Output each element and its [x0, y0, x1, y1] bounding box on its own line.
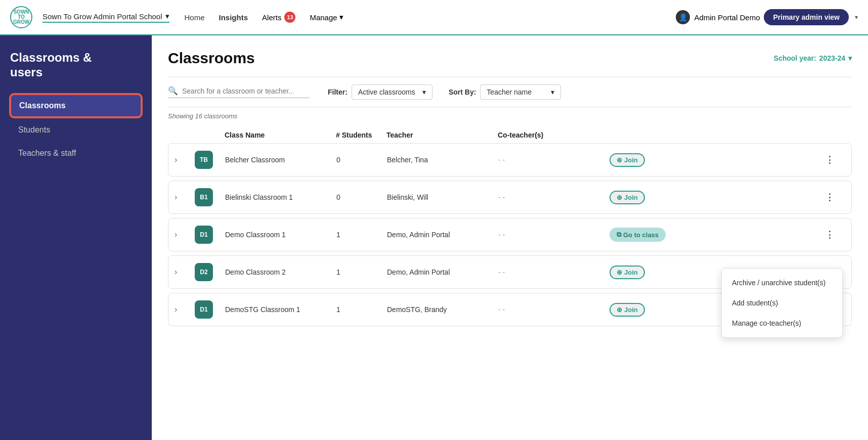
main-layout: Classrooms &users Classrooms Students Te… — [0, 35, 868, 440]
school-selector-arrow: ▾ — [165, 12, 169, 21]
nav-alerts[interactable]: Alerts 13 — [262, 12, 295, 23]
filter-group: Filter: Active classrooms ▾ — [328, 84, 432, 100]
sort-group: Sort By: Teacher name ▾ — [449, 84, 561, 100]
alerts-count-badge: 13 — [284, 12, 295, 23]
dropdown-manage-coteacher-item[interactable]: Manage co-teacher(s) — [722, 313, 842, 333]
search-box[interactable]: 🔍 — [168, 86, 310, 98]
filters-row: 🔍 Filter: Active classrooms ▾ Sort By: T… — [168, 77, 852, 107]
sidebar-item-students[interactable]: Students — [10, 119, 142, 141]
table-row: › B1 Bielinski Classroom 1 0 Bielinski, … — [168, 181, 852, 214]
class-badge: D1 — [195, 300, 213, 319]
join-button[interactable]: ⊕ Join — [610, 191, 645, 204]
class-name: Demo Classroom 1 — [225, 231, 336, 239]
join-plus-icon: ⊕ — [617, 156, 622, 164]
school-year-selector[interactable]: School year: 2023-24 ▾ — [774, 54, 852, 62]
user-name: Admin Portal Demo — [694, 13, 760, 22]
sidebar-item-teachers-staff[interactable]: Teachers & staff — [10, 143, 142, 164]
nav-manage[interactable]: Manage ▾ — [310, 13, 343, 22]
num-students: 0 — [336, 156, 387, 164]
page-header: Classrooms School year: 2023-24 ▾ — [168, 50, 852, 67]
row-expand-chevron[interactable]: › — [175, 268, 195, 277]
logo: SOWNTOGROW — [10, 6, 32, 28]
teacher-name: DemoSTG, Brandy — [387, 305, 498, 314]
class-badge: D2 — [195, 263, 213, 281]
go-to-class-button[interactable]: ⧉ Go to class — [610, 228, 666, 242]
class-badge: B1 — [195, 188, 213, 206]
search-input[interactable] — [182, 87, 293, 95]
class-name: Demo Classroom 2 — [225, 268, 336, 276]
school-year-label: School year: — [774, 54, 816, 62]
class-name: DemoSTG Classroom 1 — [225, 305, 336, 314]
nav-links: Home Insights Alerts 13 Manage ▾ — [185, 12, 343, 23]
external-link-icon: ⧉ — [617, 231, 621, 239]
user-avatar-icon: 👤 — [676, 10, 690, 24]
sidebar-item-classrooms[interactable]: Classrooms — [10, 94, 142, 117]
row-expand-chevron[interactable]: › — [175, 193, 195, 202]
num-students: 1 — [336, 305, 387, 314]
co-teacher: - - — [498, 268, 610, 276]
row-expand-chevron[interactable]: › — [175, 155, 195, 164]
user-area: 👤 Admin Portal Demo Primary admin view ▾ — [676, 9, 858, 25]
content-area: Classrooms School year: 2023-24 ▾ 🔍 Filt… — [152, 35, 868, 440]
co-teacher: - - — [498, 193, 610, 201]
teacher-name: Demo, Admin Portal — [387, 268, 498, 276]
showing-text: Showing 16 classrooms — [168, 112, 852, 120]
class-badge: TB — [195, 151, 213, 169]
search-icon: 🔍 — [168, 86, 178, 96]
manage-arrow: ▾ — [339, 13, 343, 22]
sidebar: Classrooms &users Classrooms Students Te… — [0, 35, 152, 440]
co-teacher: - - — [498, 156, 610, 164]
sort-value: Teacher name — [487, 88, 532, 96]
more-options-button[interactable]: ⋮ — [825, 154, 845, 165]
school-selector[interactable]: Sown To Grow Admin Portal School ▾ — [42, 12, 169, 23]
row-expand-chevron[interactable]: › — [175, 230, 195, 239]
join-button[interactable]: ⊕ Join — [610, 266, 645, 279]
num-students: 1 — [336, 231, 387, 239]
more-options-button[interactable]: ⋮ — [825, 229, 845, 240]
nav-insights[interactable]: Insights — [219, 13, 248, 22]
table-row: › TB Belcher Classroom 0 Belcher, Tina -… — [168, 143, 852, 177]
col-num-students: # Students — [336, 131, 386, 139]
school-name: Sown To Grow Admin Portal School — [42, 12, 162, 21]
sort-arrow: ▾ — [551, 88, 554, 96]
teacher-name: Belcher, Tina — [387, 156, 498, 164]
top-nav: SOWNTOGROW Sown To Grow Admin Portal Sch… — [0, 0, 868, 35]
join-plus-icon: ⊕ — [617, 306, 622, 314]
join-plus-icon: ⊕ — [617, 269, 622, 276]
sidebar-title: Classrooms &users — [10, 51, 142, 80]
dropdown-add-student-item[interactable]: Add student(s) — [722, 293, 842, 313]
sort-label: Sort By: — [449, 88, 476, 96]
nav-home[interactable]: Home — [185, 13, 205, 22]
join-button[interactable]: ⊕ Join — [610, 303, 645, 317]
dropdown-archive-item[interactable]: Archive / unarchive student(s) — [722, 273, 842, 293]
primary-admin-button[interactable]: Primary admin view — [764, 9, 849, 25]
num-students: 1 — [336, 268, 387, 276]
class-badge: D1 — [195, 226, 213, 244]
teacher-name: Demo, Admin Portal — [387, 231, 498, 239]
join-button[interactable]: ⊕ Join — [610, 153, 645, 167]
class-name: Belcher Classroom — [225, 156, 336, 164]
page-title: Classrooms — [168, 50, 255, 67]
co-teacher: - - — [498, 231, 610, 239]
sort-select[interactable]: Teacher name ▾ — [480, 84, 561, 100]
col-co-teacher: Co-teacher(s) — [498, 131, 609, 139]
alerts-label: Alerts — [262, 13, 281, 22]
more-options-button[interactable]: ⋮ — [825, 192, 845, 203]
col-class-name: Class Name — [225, 131, 336, 139]
teacher-name: Bielinski, Will — [387, 193, 498, 201]
table-header: Class Name # Students Teacher Co-teacher… — [168, 127, 852, 143]
filter-value: Active classrooms — [358, 88, 415, 96]
logo-text: SOWNTOGROW — [13, 10, 29, 25]
logo-area: SOWNTOGROW — [10, 6, 32, 28]
filter-label: Filter: — [328, 88, 348, 96]
school-year-arrow: ▾ — [848, 54, 852, 62]
primary-admin-dropdown-arrow[interactable]: ▾ — [855, 14, 858, 21]
filter-select[interactable]: Active classrooms ▾ — [352, 84, 432, 100]
context-dropdown-menu: Archive / unarchive student(s) Add stude… — [721, 268, 843, 338]
filter-arrow: ▾ — [422, 88, 426, 96]
table-row: › D1 Demo Classroom 1 1 Demo, Admin Port… — [168, 218, 852, 251]
col-teacher: Teacher — [386, 131, 498, 139]
num-students: 0 — [336, 193, 387, 201]
row-expand-chevron[interactable]: › — [175, 305, 195, 314]
class-name: Bielinski Classroom 1 — [225, 193, 336, 201]
